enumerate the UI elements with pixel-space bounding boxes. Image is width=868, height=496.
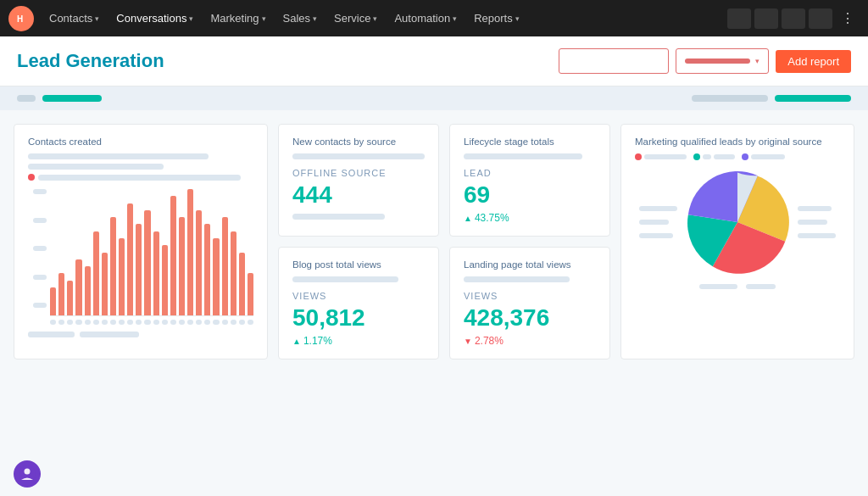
card-lifecycle-title: Lifecycle stage totals <box>464 137 596 147</box>
bar-item <box>75 259 81 315</box>
bar-item <box>196 210 202 315</box>
card-contacts-title: Contacts created <box>28 137 253 147</box>
landing-views-value: 428,376 <box>464 304 596 332</box>
card-mql: Marketing qualified leads by original so… <box>620 124 854 359</box>
main-content: Contacts created <box>0 110 868 373</box>
bar-item <box>213 238 219 315</box>
nav-service[interactable]: Service ▾ <box>327 8 384 28</box>
filter-pill-grey-right <box>692 95 768 102</box>
card-new-contacts-title: New contacts by source <box>292 137 425 147</box>
top-navigation: H Contacts ▾ Conversations ▾ Marketing ▾… <box>0 0 868 36</box>
page-title: Lead Generation <box>17 50 164 72</box>
filter-pill-teal-right <box>775 95 851 102</box>
blog-views-label: VIEWS <box>292 291 425 301</box>
bar-item <box>187 189 193 315</box>
bar-item <box>58 273 64 315</box>
bar-chart-x-labels <box>50 320 253 325</box>
bar-chart <box>28 189 253 325</box>
filter-bar <box>0 86 868 110</box>
nav-btn-2[interactable] <box>754 8 778 29</box>
svg-text:H: H <box>17 14 23 24</box>
date-range-button[interactable] <box>559 48 669 74</box>
bar-item <box>231 231 236 315</box>
new-contacts-label: OFFLINE SOURCE <box>292 168 425 178</box>
card-blog-views: Blog post total views VIEWS 50,812 ▲ 1.1… <box>278 247 439 359</box>
chevron-down-icon: ▾ <box>313 14 317 23</box>
filter-pill-teal-left <box>42 95 102 102</box>
nav-reports[interactable]: Reports ▾ <box>467 8 526 28</box>
bar-item <box>204 224 210 315</box>
bar-item <box>102 253 108 316</box>
bar-item <box>93 231 99 315</box>
pie-labels-right <box>798 206 836 238</box>
landing-views-change: ▼ 2.78% <box>464 335 596 347</box>
nav-btn-4[interactable] <box>809 8 832 29</box>
bar-item <box>110 217 116 315</box>
contacts-meta <box>28 332 253 337</box>
card-new-contacts: New contacts by source OFFLINE SOURCE 44… <box>278 124 439 237</box>
lifecycle-label: LEAD <box>464 168 596 178</box>
dashboard-grid: Contacts created <box>14 124 854 359</box>
nav-more-icon[interactable]: ⋮ <box>836 10 860 26</box>
bar-item <box>170 196 176 315</box>
bar-item <box>239 253 245 316</box>
arrow-down-icon: ▼ <box>464 337 472 346</box>
card-blog-title: Blog post total views <box>292 259 425 270</box>
card-landing-title: Landing page total views <box>464 259 596 270</box>
nav-marketing[interactable]: Marketing ▾ <box>203 8 272 28</box>
nav-right-buttons: ⋮ <box>727 8 860 29</box>
pie-chart-area <box>635 167 840 277</box>
card-lifecycle: Lifecycle stage totals LEAD 69 ▲ 43.75% <box>449 124 610 237</box>
chevron-down-icon: ▾ <box>453 14 457 23</box>
landing-views-label: VIEWS <box>464 291 596 301</box>
nav-btn-1[interactable] <box>727 8 751 29</box>
lifecycle-change: ▲ 43.75% <box>464 212 596 224</box>
bar-chart-y-labels <box>28 189 47 308</box>
bar-item <box>50 287 56 315</box>
lifecycle-value: 69 <box>464 181 596 209</box>
card-contacts-created: Contacts created <box>14 124 268 359</box>
pie-labels-bottom <box>635 284 840 289</box>
card-mql-title: Marketing qualified leads by original so… <box>635 137 840 147</box>
nav-btn-3[interactable] <box>782 8 805 29</box>
hubspot-logo[interactable]: H <box>8 6 34 31</box>
blog-views-change: ▲ 1.17% <box>292 335 425 347</box>
pie-legend-top <box>635 153 840 160</box>
bar-item <box>119 238 125 315</box>
arrow-up-icon: ▲ <box>292 337 301 346</box>
bar-item <box>144 210 150 315</box>
header-bar: Lead Generation ▾ Add report <box>0 36 868 86</box>
bar-item <box>153 231 159 315</box>
arrow-up-icon: ▲ <box>464 214 472 223</box>
bar-item <box>222 217 228 315</box>
new-contacts-value: 444 <box>292 181 425 209</box>
nav-sales[interactable]: Sales ▾ <box>276 8 325 28</box>
nav-contacts[interactable]: Contacts ▾ <box>42 8 106 28</box>
hubspot-avatar[interactable] <box>14 460 41 488</box>
blog-views-value: 50,812 <box>292 304 425 332</box>
nav-conversations[interactable]: Conversations ▾ <box>109 8 200 28</box>
pie-svg <box>682 167 793 277</box>
filter-left <box>17 95 102 102</box>
chevron-down-icon: ▾ <box>755 57 760 65</box>
bar-item <box>179 217 185 315</box>
bar-item <box>248 273 253 315</box>
filter-button[interactable]: ▾ <box>676 48 769 74</box>
chevron-down-icon: ▾ <box>95 14 99 23</box>
pie-labels-left <box>639 206 677 238</box>
chevron-down-icon: ▾ <box>373 14 377 23</box>
chevron-down-icon: ▾ <box>515 14 520 23</box>
nav-automation[interactable]: Automation ▾ <box>387 8 464 28</box>
bar-chart-bars <box>50 189 253 316</box>
bar-item <box>67 281 73 315</box>
filter-pill-grey-left <box>17 95 36 102</box>
filter-right <box>692 95 851 102</box>
svg-point-3 <box>25 469 31 475</box>
chevron-down-icon: ▾ <box>189 14 193 23</box>
bar-item <box>162 245 168 315</box>
add-report-button[interactable]: Add report <box>776 50 851 73</box>
chevron-down-icon: ▾ <box>262 14 266 23</box>
bar-item <box>127 203 133 315</box>
bar-item <box>85 266 91 315</box>
header-actions: ▾ Add report <box>559 48 851 74</box>
